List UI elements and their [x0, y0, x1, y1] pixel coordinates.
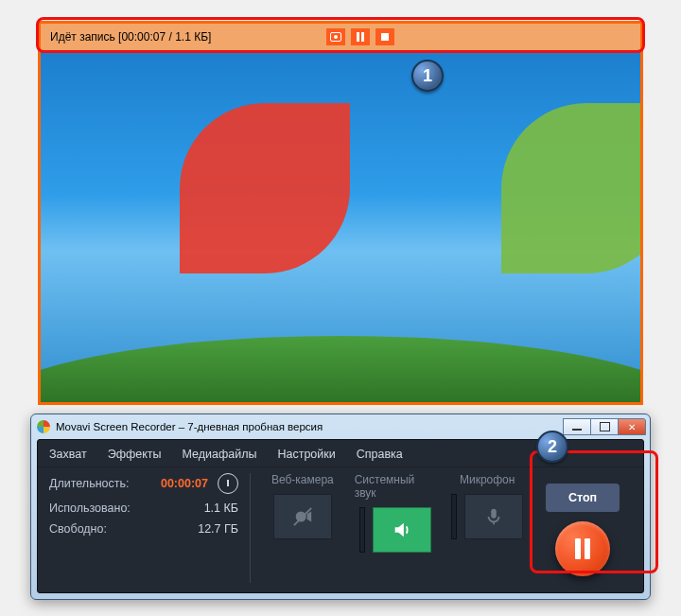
- menu-media[interactable]: Медиафайлы: [182, 448, 256, 461]
- annotation-marker-2: 2: [536, 431, 568, 463]
- webcam-label: Веб-камера: [271, 473, 334, 486]
- menu-settings[interactable]: Настройки: [277, 448, 335, 461]
- system-audio-meter: [359, 507, 365, 553]
- speaker-icon: [392, 519, 412, 540]
- capture-screenshot-button[interactable]: [326, 28, 345, 45]
- stop-button[interactable]: Стоп: [546, 484, 620, 512]
- svg-rect-2: [491, 509, 497, 519]
- capture-status-bar: Идёт запись [00:00:07 / 1.1 КБ]: [41, 24, 640, 50]
- microphone-label: Микрофон: [460, 473, 515, 486]
- stats-column: Длительность: 00:00:07 Использовано: 1.1…: [49, 473, 238, 583]
- system-audio-toggle[interactable]: [373, 507, 431, 553]
- record-controls: Стоп: [533, 473, 632, 583]
- menu-effects[interactable]: Эффекты: [108, 448, 162, 461]
- app-logo-icon: [37, 420, 50, 433]
- divider: [250, 473, 251, 583]
- timer-icon[interactable]: [218, 473, 238, 494]
- webcam-icon: [292, 506, 313, 527]
- window-minimize-button[interactable]: [563, 418, 591, 435]
- duration-value: 00:00:07: [161, 477, 208, 490]
- capture-status-text: Идёт запись [00:00:07 / 1.1 КБ]: [50, 30, 211, 44]
- system-audio-label: Системный звук: [355, 473, 436, 500]
- svg-point-0: [295, 512, 306, 522]
- record-pause-button[interactable]: [555, 521, 610, 576]
- duration-label: Длительность:: [49, 477, 130, 490]
- free-label: Свободно:: [49, 522, 107, 536]
- mic-meter: [451, 494, 457, 539]
- window-title: Movavi Screen Recorder – 7-дневная пробн…: [56, 421, 323, 432]
- webcam-toggle[interactable]: [273, 494, 332, 539]
- capture-stop-button[interactable]: [375, 28, 394, 45]
- capture-pause-button[interactable]: [351, 28, 370, 45]
- free-value: 12.7 ГБ: [198, 522, 238, 536]
- recording-capture-region: Идёт запись [00:00:07 / 1.1 КБ]: [38, 21, 643, 405]
- devices-column: Веб-камера Системный звук Микрофо: [262, 473, 528, 583]
- used-label: Использовано:: [49, 502, 131, 515]
- microphone-toggle[interactable]: [464, 494, 523, 539]
- windows-logo: [180, 103, 501, 405]
- microphone-icon: [483, 506, 504, 527]
- menu-help[interactable]: Справка: [357, 448, 403, 461]
- window-close-button[interactable]: [618, 418, 646, 435]
- stop-button-label: Стоп: [568, 491, 597, 504]
- window-maximize-button[interactable]: [590, 418, 619, 435]
- menu-capture[interactable]: Захват: [49, 448, 87, 461]
- annotation-marker-1: 1: [411, 60, 444, 92]
- used-value: 1.1 КБ: [204, 502, 238, 515]
